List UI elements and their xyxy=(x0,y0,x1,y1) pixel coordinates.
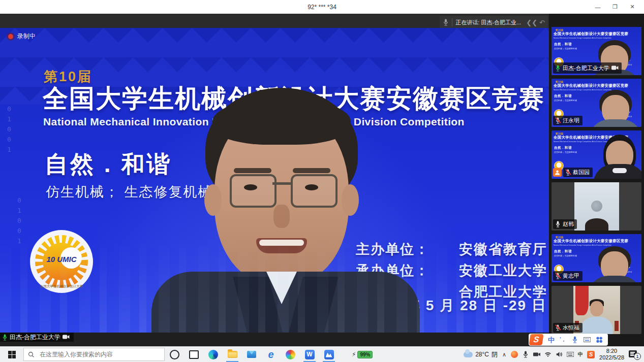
taskbar-app-explorer[interactable] xyxy=(223,347,242,362)
mini-title-en: National Mechanical Innovation Design Co… xyxy=(554,37,611,39)
ime-toolbar[interactable]: S 中 ’， xyxy=(529,334,608,346)
arrow-icon: ❮❮ xyxy=(526,19,537,26)
mic-on-icon xyxy=(2,334,8,341)
taskbar-app-mail[interactable] xyxy=(242,347,261,362)
participant-name: 水恒福 xyxy=(563,324,579,332)
red-flag xyxy=(575,286,589,315)
close-button[interactable]: ✕ xyxy=(624,0,641,14)
clock[interactable]: 8:20 2022/5/28 xyxy=(599,348,624,361)
speaker-lapel xyxy=(233,277,282,333)
sogou-logo-icon[interactable]: S xyxy=(529,334,543,345)
pinwheel-icon xyxy=(286,350,295,359)
search-icon xyxy=(28,351,35,358)
clock-date: 2022/5/28 xyxy=(599,354,624,361)
ceiling-light xyxy=(591,201,602,212)
taskbar-right: 28°C 阴 ∧ 中 S 8:20 2022/5/28 1 xyxy=(464,348,644,361)
battery-indicator[interactable]: ⚡ 99% xyxy=(352,351,373,358)
reply-arrow-icon: ↶ xyxy=(539,19,545,26)
participant-name: 汪永明 xyxy=(563,117,579,124)
tray-app-icon[interactable] xyxy=(511,351,518,358)
participant-thumbnail[interactable]: 赵韩 xyxy=(551,182,641,231)
event-dates: 2022 年 5 月 28 日 -29 日 xyxy=(365,296,547,315)
speaker-mic-icon xyxy=(443,19,449,26)
mini-slogan-sub: 仿生机械； 生态修复机械 xyxy=(554,99,577,102)
meeting-window: 正在讲话: 田杰-合肥工业... ❮❮↶ 录制中 0 1 0 0 1 0 1 0… xyxy=(0,14,644,347)
ime-keyboard-icon[interactable] xyxy=(584,336,591,343)
mini-slogan: 自然 . 和谐 xyxy=(554,145,572,150)
competition-logo: 10 UMIC 全国大学生机械创新设计大赛 xyxy=(28,228,95,294)
mini-title: 全国大学生机械创新设计大赛安徽赛区竞赛 xyxy=(554,239,628,244)
organizer-block: 主办单位：安徽省教育厅 承办单位：安徽工业大学 合肥工业大学 xyxy=(356,240,547,304)
mini-slogan-sub: 仿生机械； 生态修复机械 xyxy=(554,47,577,50)
speaker-glasses-bridge xyxy=(272,182,291,185)
window-title: 92* *** *34 xyxy=(308,4,336,11)
speaker-glasses xyxy=(230,174,277,208)
task-view-button[interactable] xyxy=(184,347,203,362)
self-name-tag: 田杰-合肥工业大学 xyxy=(0,333,74,342)
participant-thumbnail[interactable]: 第10届 全国大学生机械创新设计大赛安徽赛区竞赛 National Mechan… xyxy=(551,130,641,179)
participant-thumbnail[interactable]: 第10届 全国大学生机械创新设计大赛安徽赛区竞赛 National Mechan… xyxy=(551,234,641,282)
ime-mic-icon[interactable] xyxy=(571,336,578,343)
system-tray: 中 S xyxy=(511,351,595,358)
cortana-button[interactable] xyxy=(165,347,184,362)
windows-logo-icon xyxy=(8,351,16,358)
volume-icon[interactable] xyxy=(556,351,563,358)
minimize-button[interactable]: — xyxy=(589,0,606,14)
cortana-icon xyxy=(170,350,179,359)
mini-title: 全国大学生机械创新设计大赛安徽赛区竞赛 xyxy=(554,83,628,88)
tray-expand-chevron[interactable]: ∧ xyxy=(502,351,506,358)
wifi-icon[interactable] xyxy=(544,351,551,358)
keyboard-icon[interactable] xyxy=(567,351,574,358)
ime-toolbox-icon[interactable] xyxy=(596,336,603,343)
reaction-arrows[interactable]: ❮❮↶ xyxy=(526,19,545,26)
mini-slogan-sub: 仿生机械； 生态修复机械 xyxy=(554,254,577,257)
speaking-indicator[interactable]: 正在讲话: 田杰-合肥工业... ❮❮↶ xyxy=(440,16,548,29)
ime-mode-toggle[interactable]: 中 xyxy=(548,337,555,343)
weather-widget[interactable]: 28°C 阴 xyxy=(464,350,498,359)
taskbar-app-pinwheel[interactable] xyxy=(281,347,300,362)
participant-name: 黄志甲 xyxy=(563,272,579,280)
ime-punctuation-toggle[interactable]: ’， xyxy=(560,337,566,342)
notification-badge: 1 xyxy=(634,353,641,360)
tray-mic-icon[interactable] xyxy=(522,351,529,358)
recording-dot-icon xyxy=(8,34,13,39)
search-input[interactable] xyxy=(39,350,160,358)
speaker-glasses xyxy=(291,174,338,208)
task-view-icon xyxy=(189,350,199,359)
speaker-suit xyxy=(151,272,420,333)
taskbar-app-edge[interactable] xyxy=(203,347,223,362)
participant-thumbnail[interactable]: 第10届 全国大学生机械创新设计大赛安徽赛区竞赛 National Mechan… xyxy=(551,79,641,127)
participant-thumbnail[interactable]: 第10届 全国大学生机械创新设计大赛安徽赛区竞赛 National Mechan… xyxy=(551,27,641,75)
participant-thumbnail[interactable]: 水恒福 xyxy=(551,286,641,334)
logo-text: 10 UMIC xyxy=(46,255,77,264)
speaking-label: 正在讲话: 田杰-合肥工业... xyxy=(455,19,521,26)
stage-top-strip: 正在讲话: 田杰-合肥工业... ❮❮↶ xyxy=(0,14,549,28)
participant-body xyxy=(580,317,613,334)
start-button[interactable] xyxy=(0,347,23,362)
speaker-ear xyxy=(204,184,222,216)
weather-temp: 28°C xyxy=(475,351,489,358)
restore-button[interactable]: ❐ xyxy=(606,0,624,14)
mini-title: 全国大学生机械创新设计大赛安徽赛区竞赛 xyxy=(554,31,628,37)
screen: 92* *** *34 — ❐ ✕ 正在讲话: 田杰-合肥工业... ❮❮↶ 录… xyxy=(0,0,644,362)
taskbar-search[interactable] xyxy=(23,348,165,361)
ime-language-badge[interactable]: 中 xyxy=(578,351,583,358)
taskbar: e W ⚡ 99% 28°C 阴 ∧ 中 S xyxy=(0,346,644,362)
mini-slogan: 自然 . 和谐 xyxy=(554,93,572,98)
binary-decoration: 0 1 0 0 1 xyxy=(7,104,11,155)
participant-figure xyxy=(585,218,608,231)
action-center-button[interactable]: 1 xyxy=(629,350,640,359)
taskbar-app-browser[interactable]: e xyxy=(261,347,281,362)
mic-muted-icon xyxy=(565,169,571,176)
window-titlebar: 92* *** *34 — ❐ ✕ xyxy=(0,0,644,14)
sogou-tray-icon[interactable]: S xyxy=(587,351,595,358)
tray-camera-icon[interactable] xyxy=(533,351,540,358)
camera-icon xyxy=(611,63,619,73)
taskbar-app-wps[interactable]: W xyxy=(300,347,319,362)
participant-name: 田杰-合肥工业大学 xyxy=(563,64,609,72)
logo-ring-text: 全国大学生机械创新设计大赛 xyxy=(40,284,83,288)
host-label: 承办单位： xyxy=(356,261,445,280)
participant-name: 赵韩 xyxy=(563,220,574,228)
taskbar-app-meeting[interactable] xyxy=(319,347,339,362)
participant-name: 蔡国园 xyxy=(573,169,590,176)
